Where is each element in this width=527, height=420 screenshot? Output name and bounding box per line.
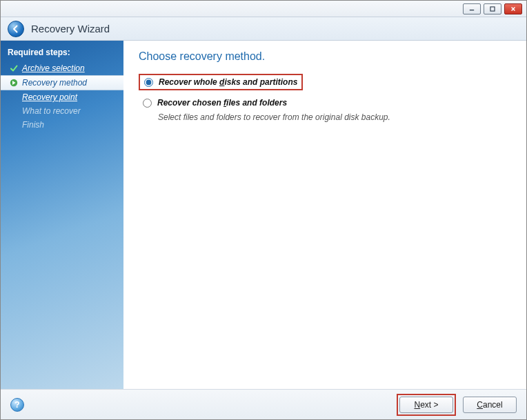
step-finish: Finish [1,118,123,132]
cancel-button[interactable]: Cancel [463,397,517,413]
wizard-title: Recovery Wizard [31,23,110,34]
back-button[interactable] [8,21,24,37]
option-label: Recover chosen files and folders [157,98,287,108]
radio-recover-whole[interactable] [144,78,153,87]
wizard-footer: ? Next > Cancel [1,389,526,419]
step-label: Recovery method [22,78,87,88]
step-what-to-recover: What to recover [1,104,123,118]
window-titlebar [1,1,526,17]
steps-sidebar: Required steps: Archive selection Recove… [1,41,123,389]
arrow-right-icon [9,79,18,87]
next-button[interactable]: Next > [399,397,453,413]
next-button-highlight: Next > [397,394,456,416]
minimize-button[interactable] [463,3,481,14]
step-recovery-method: Recovery method [1,75,123,90]
option-recover-chosen[interactable]: Recover chosen files and folders [139,96,511,110]
step-label: Archive selection [22,63,85,73]
maximize-button[interactable] [484,3,501,14]
page-title: Choose recovery method. [139,50,511,63]
step-label: Recovery point [22,92,77,102]
close-button[interactable] [504,3,522,14]
main-panel: Choose recovery method. Recover whole di… [123,41,526,389]
help-button[interactable]: ? [10,398,24,412]
step-label: Finish [22,120,44,130]
wizard-header: Recovery Wizard [1,17,526,41]
svg-rect-1 [490,6,495,10]
radio-recover-chosen[interactable] [143,99,152,108]
option-label: Recover whole disks and partitions [159,77,297,87]
checkmark-icon [9,64,18,72]
option-description: Select files and folders to recover from… [158,112,511,122]
step-recovery-point[interactable]: Recovery point [1,90,123,104]
sidebar-heading: Required steps: [1,45,123,61]
option-recover-whole[interactable]: Recover whole disks and partitions [139,74,303,90]
step-label: What to recover [22,106,81,116]
step-archive-selection[interactable]: Archive selection [1,61,123,75]
